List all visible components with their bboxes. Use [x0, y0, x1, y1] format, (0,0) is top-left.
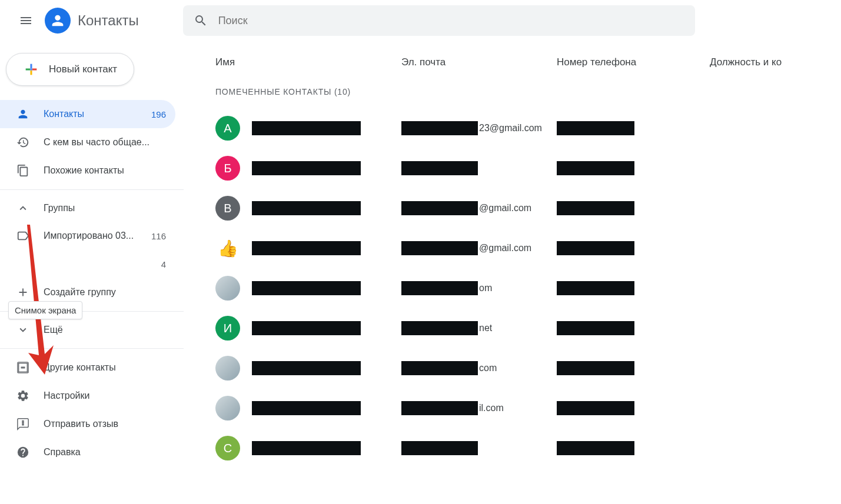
- contact-name: [252, 361, 401, 375]
- redacted-email: [401, 281, 478, 295]
- groups-header[interactable]: Группы: [0, 195, 184, 222]
- divider: [0, 189, 184, 190]
- screenshot-tooltip: Снимок экрана: [8, 301, 82, 319]
- contact-row[interactable]: com: [184, 348, 841, 388]
- sidebar-item-other-contacts[interactable]: Другие контакты: [0, 353, 175, 382]
- sidebar-item-label: С кем вы часто общае...: [44, 137, 166, 148]
- redacted-phone: [557, 201, 634, 215]
- more-label: Ещё: [44, 325, 63, 335]
- contact-phone: [557, 281, 710, 295]
- redacted-email: [401, 241, 478, 255]
- redacted-name: [252, 401, 361, 415]
- contact-row[interactable]: Б: [184, 148, 841, 188]
- redacted-name: [252, 441, 361, 455]
- sidebar-item-help[interactable]: Справка: [0, 438, 175, 466]
- search-box[interactable]: [183, 5, 695, 36]
- contact-row[interactable]: А23@gmail.com: [184, 108, 841, 148]
- email-suffix: @gmail.com: [479, 203, 531, 213]
- feedback-icon: [16, 418, 29, 430]
- plus-icon: [16, 286, 29, 299]
- contact-name: [252, 241, 401, 255]
- sidebar-group-item[interactable]: 4: [0, 250, 175, 278]
- contact-row[interactable]: В@gmail.com: [184, 188, 841, 228]
- label-icon: [16, 229, 29, 242]
- logo[interactable]: Контакты: [45, 8, 139, 34]
- sidebar-group-item[interactable]: Импортировано 03... 116: [0, 222, 175, 250]
- contact-row[interactable]: il.com: [184, 388, 841, 428]
- chevron-up-icon: [16, 202, 29, 215]
- contact-phone: [557, 321, 710, 335]
- sidebar-item-feedback[interactable]: Отправить отзыв: [0, 410, 175, 438]
- avatar: А: [215, 116, 240, 141]
- sidebar-item-label: Похожие контакты: [44, 165, 166, 176]
- email-suffix: com: [479, 363, 497, 373]
- redacted-phone: [557, 441, 634, 455]
- sidebar-item-label: Другие контакты: [44, 362, 166, 373]
- contact-row[interactable]: om: [184, 268, 841, 308]
- column-name: Имя: [184, 56, 401, 68]
- groups-label: Группы: [44, 203, 75, 213]
- redacted-phone: [557, 161, 634, 175]
- redacted-email: [401, 441, 478, 455]
- sidebar-item-count: 196: [151, 109, 166, 119]
- menu-icon[interactable]: [12, 6, 40, 35]
- email-suffix: om: [479, 283, 492, 293]
- new-contact-button[interactable]: Новый контакт: [6, 53, 134, 86]
- redacted-phone: [557, 401, 634, 415]
- column-headers: Имя Эл. почта Номер телефона Должность и…: [184, 49, 841, 75]
- redacted-name: [252, 281, 361, 295]
- redacted-phone: [557, 121, 634, 135]
- contact-email: om: [401, 281, 557, 295]
- contact-phone: [557, 441, 710, 455]
- more-header[interactable]: Ещё: [0, 316, 184, 343]
- contacts-logo-icon: [45, 8, 71, 34]
- history-icon: [16, 136, 29, 149]
- search-icon: [194, 14, 208, 28]
- section-title: ПОМЕЧЕННЫЕ КОНТАКТЫ (10): [184, 75, 841, 108]
- redacted-email: [401, 201, 478, 215]
- contact-row[interactable]: С: [184, 428, 841, 468]
- contact-name: [252, 321, 401, 335]
- plus-icon: [23, 61, 39, 78]
- redacted-phone: [557, 281, 634, 295]
- sidebar-item-settings[interactable]: Настройки: [0, 382, 175, 410]
- redacted-phone: [557, 321, 634, 335]
- contact-email: net: [401, 321, 557, 335]
- sidebar-item-label: Настройки: [44, 390, 166, 401]
- group-label: Импортировано 03...: [44, 231, 137, 241]
- redacted-name: [252, 241, 361, 255]
- sidebar-item-frequent[interactable]: С кем вы часто общае...: [0, 128, 175, 156]
- archive-icon: [16, 361, 29, 374]
- avatar: В: [215, 196, 240, 221]
- contact-name: [252, 201, 401, 215]
- contact-name: [252, 121, 401, 135]
- sidebar-item-contacts[interactable]: Контакты 196: [0, 100, 175, 128]
- redacted-email: [401, 161, 478, 175]
- contact-email: il.com: [401, 401, 557, 415]
- gear-icon: [16, 389, 29, 402]
- email-suffix: @gmail.com: [479, 243, 531, 253]
- sidebar-item-similar[interactable]: Похожие контакты: [0, 156, 175, 185]
- contact-list: А23@gmail.comБВ@gmail.com👍@gmail.comomИn…: [184, 108, 841, 468]
- contact-phone: [557, 201, 710, 215]
- chevron-down-icon: [16, 323, 29, 336]
- help-icon: [16, 446, 29, 459]
- contact-row[interactable]: 👍@gmail.com: [184, 228, 841, 268]
- app-title: Контакты: [78, 12, 139, 29]
- contact-name: [252, 441, 401, 455]
- sidebar: Новый контакт Контакты 196 С кем вы част…: [0, 41, 184, 468]
- sidebar-item-label: Справка: [44, 447, 166, 458]
- divider: [0, 348, 184, 349]
- contact-email: com: [401, 361, 557, 375]
- search-input[interactable]: [218, 15, 684, 27]
- redacted-email: [401, 361, 478, 375]
- avatar: [215, 356, 240, 380]
- redacted-name: [252, 321, 361, 335]
- contact-row[interactable]: Иnet: [184, 308, 841, 348]
- content: Имя Эл. почта Номер телефона Должность и…: [184, 41, 841, 468]
- new-contact-label: Новый контакт: [49, 64, 117, 75]
- contact-name: [252, 281, 401, 295]
- contact-phone: [557, 241, 710, 255]
- header: Контакты: [0, 0, 841, 41]
- redacted-name: [252, 121, 361, 135]
